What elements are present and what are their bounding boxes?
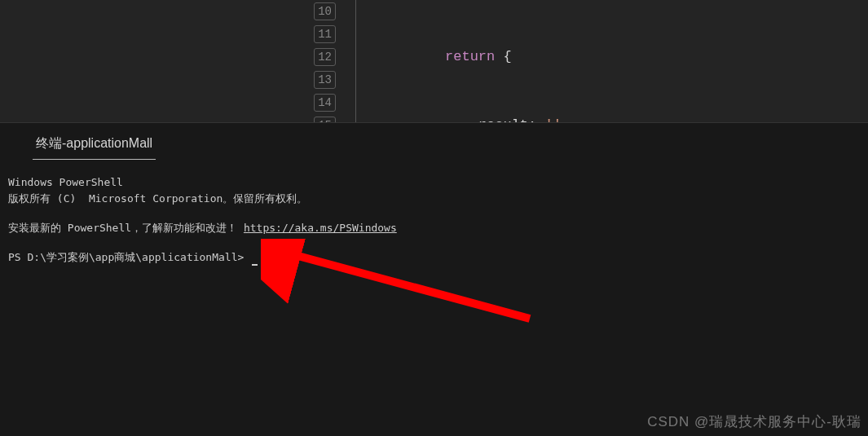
code-content[interactable]: return { result: '' } }, onLoad() { }	[350, 0, 868, 122]
watermark-text: CSDN @瑞晟技术服务中心-耿瑞	[647, 412, 861, 431]
line-number: 10	[314, 2, 336, 20]
line-number: 14	[314, 94, 336, 112]
terminal-line: Windows PowerShell	[8, 174, 860, 191]
terminal-output[interactable]: Windows PowerShell 版权所有 (C) Microsoft Co…	[0, 160, 868, 274]
line-number: 12	[314, 48, 336, 66]
line-number: 13	[314, 71, 336, 89]
line-number: 11	[314, 25, 336, 43]
terminal-tab-active[interactable]: 终端-applicationMall	[33, 131, 156, 160]
terminal-cursor	[252, 264, 258, 266]
line-number: 15	[314, 117, 336, 122]
terminal-line: 安装最新的 PowerShell，了解新功能和改进！ https://aka.m…	[8, 220, 860, 236]
indent-guide	[355, 0, 356, 122]
terminal-line: 版权所有 (C) Microsoft Corporation。保留所有权利。	[8, 191, 860, 207]
powershell-link[interactable]: https://aka.ms/PSWindows	[244, 222, 397, 234]
terminal-tabs: 终端-applicationMall	[0, 123, 868, 160]
code-editor[interactable]: 10 11 12 13 14 15 return { result: '' } …	[0, 0, 868, 122]
terminal-panel: 终端-applicationMall Windows PowerShell 版权…	[0, 122, 868, 436]
line-number-gutter: 10 11 12 13 14 15	[0, 0, 350, 122]
terminal-prompt[interactable]: PS D:\学习案例\app商城\applicationMall>	[8, 249, 860, 266]
